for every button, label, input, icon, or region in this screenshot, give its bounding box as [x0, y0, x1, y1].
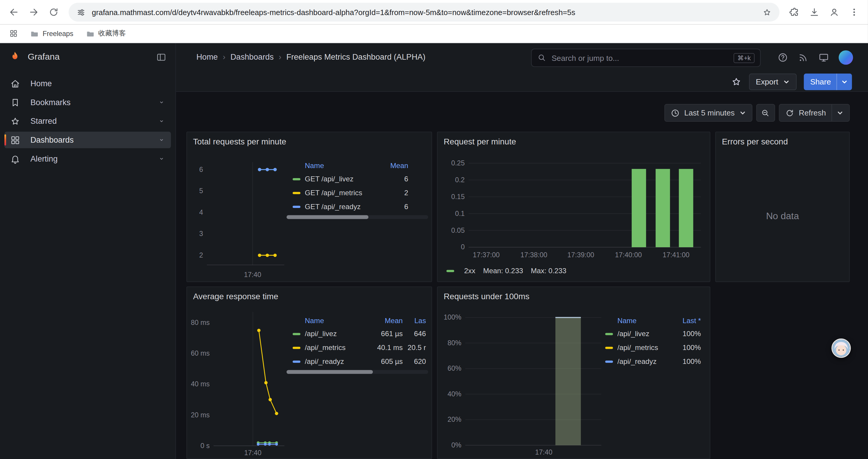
bookmark-item[interactable]: Freeleaps: [27, 28, 77, 40]
sidebar-item-dashboards[interactable]: Dashboards: [4, 132, 171, 148]
monitor-icon[interactable]: [818, 52, 829, 63]
series-name: /api/_livez: [305, 330, 370, 338]
timeseries-chart[interactable]: 6543217:40: [190, 157, 288, 282]
breadcrumb-item[interactable]: Home: [196, 53, 218, 61]
forward-arrow-icon: [28, 6, 39, 18]
legend-column-header[interactable]: Mean: [370, 316, 403, 324]
search-input[interactable]: Search or jump to... ⌘+k: [531, 49, 761, 67]
time-range-picker[interactable]: Last 5 minutes: [664, 104, 752, 122]
browser-menu-button[interactable]: [845, 3, 864, 22]
legend-row[interactable]: /api/_readyz100%: [599, 355, 702, 368]
scrollbar-thumb[interactable]: [286, 215, 369, 219]
sidebar-item-starred[interactable]: Starred: [4, 113, 171, 129]
share-button[interactable]: Share: [804, 73, 852, 90]
refresh-button[interactable]: Refresh: [779, 104, 850, 122]
panel-title[interactable]: Errors per second: [722, 137, 788, 146]
series-swatch: [293, 360, 301, 362]
legend-row[interactable]: /api/_livez100%: [599, 327, 702, 341]
panel-errors-per-second: Errors per second No data: [715, 132, 850, 282]
chevron-down-icon[interactable]: [158, 155, 165, 162]
legend-row[interactable]: GET /api/_metrics2: [286, 186, 428, 200]
sidebar-item-home[interactable]: Home: [4, 75, 171, 92]
downloads-button[interactable]: [805, 3, 824, 22]
series-value: 100%: [668, 343, 701, 352]
series-value: 20.5 r: [403, 343, 426, 352]
svg-text:0 s: 0 s: [200, 442, 210, 450]
series-swatch: [293, 178, 301, 180]
refresh-interval-chevron-icon[interactable]: [836, 109, 843, 117]
panel-title[interactable]: Average response time: [193, 292, 278, 301]
legend-row[interactable]: /api/_readyz605 µs620: [286, 355, 428, 368]
legend-row[interactable]: GET /api/_livez6: [286, 172, 428, 186]
legend-column-header[interactable]: Name: [305, 161, 375, 169]
legend-row[interactable]: /api/_metrics100%: [599, 340, 702, 355]
legend-column-header[interactable]: Mean: [375, 161, 408, 169]
sidebar-header: Grafana: [0, 43, 176, 71]
sidebar-item-alerting[interactable]: Alerting: [4, 150, 171, 167]
legend-row[interactable]: /api/_metrics40.1 ms20.5 r: [286, 340, 428, 355]
reload-icon: [48, 6, 59, 18]
sidebar-item-bookmarks[interactable]: Bookmarks: [4, 94, 171, 110]
legend-column-header[interactable]: Name: [305, 316, 370, 324]
legend-column-header[interactable]: Las: [403, 316, 426, 324]
keyboard-shortcut-badge: ⌘+k: [734, 53, 754, 63]
user-avatar[interactable]: [839, 50, 853, 65]
panel-title[interactable]: Total requests per minute: [193, 137, 286, 146]
share-dropdown-chevron-icon[interactable]: [841, 78, 848, 85]
panel-title[interactable]: Requests under 100ms: [444, 292, 529, 301]
bar-chart[interactable]: 0.250.20.150.10.05017:37:0017:38:0017:39…: [441, 154, 708, 265]
svg-text:60%: 60%: [447, 364, 462, 372]
legend-column-header[interactable]: Last *: [668, 316, 701, 324]
time-range-label: Last 5 minutes: [684, 108, 735, 117]
series-swatch: [293, 333, 301, 335]
avatar-image: [833, 340, 850, 357]
legend-table: NameLast */api/_livez100%/api/_metrics10…: [599, 314, 702, 368]
apps-shortcut-button[interactable]: [6, 26, 21, 41]
svg-text:20 ms: 20 ms: [191, 411, 210, 419]
legend-row[interactable]: /api/_livez661 µs646: [286, 327, 428, 341]
site-settings-icon[interactable]: [76, 7, 86, 17]
chevron-down-icon[interactable]: [158, 117, 165, 125]
legend-column-header[interactable]: Name: [617, 316, 668, 324]
favorite-star-icon[interactable]: [731, 76, 742, 87]
zoom-out-button[interactable]: [756, 104, 775, 122]
chevron-down-icon[interactable]: [158, 136, 165, 144]
timeseries-chart[interactable]: 80 ms60 ms40 ms20 ms0 s17:40: [190, 311, 288, 459]
breadcrumb-separator: ›: [279, 53, 281, 61]
legend-table: NameMeanGET /api/_livez6GET /api/_metric…: [286, 159, 428, 219]
dock-sidebar-icon[interactable]: [156, 52, 167, 62]
kebab-menu-icon: [848, 6, 860, 18]
series-value: 661 µs: [370, 330, 403, 338]
export-button[interactable]: Export: [749, 73, 797, 90]
series-value: 40.1 ms: [370, 343, 403, 352]
svg-text:3: 3: [199, 230, 203, 237]
reload-button[interactable]: [44, 3, 63, 22]
assistant-avatar[interactable]: [831, 338, 851, 358]
profile-button[interactable]: [825, 3, 844, 22]
clock-icon: [670, 108, 680, 118]
panel-title[interactable]: Request per minute: [444, 137, 516, 146]
bookmark-star-icon[interactable]: [762, 7, 772, 17]
zoom-out-icon: [761, 108, 771, 118]
forward-button[interactable]: [24, 3, 43, 22]
chart-legend[interactable]: 2xx Mean: 0.233 Max: 0.233: [446, 267, 566, 275]
back-button[interactable]: [4, 3, 23, 22]
bookmark-item[interactable]: 收藏博客: [82, 27, 129, 40]
address-bar[interactable]: grafana.mathmast.com/d/deytv4rwavabkb/fr…: [68, 3, 779, 22]
svg-text:20%: 20%: [447, 416, 462, 423]
sidebar-item-label: Bookmarks: [30, 98, 71, 107]
legend-scrollbar[interactable]: [286, 370, 428, 374]
scrollbar-thumb[interactable]: [286, 370, 373, 374]
legend-row[interactable]: GET /api/_readyz6: [286, 200, 428, 214]
extensions-button[interactable]: [785, 3, 804, 22]
series-swatch: [293, 192, 301, 194]
help-icon[interactable]: [777, 52, 788, 63]
bar-chart[interactable]: 100%80%60%40%20%0%17:40: [441, 311, 607, 459]
download-icon: [809, 6, 820, 18]
chevron-down-icon[interactable]: [158, 98, 165, 106]
news-rss-icon[interactable]: [798, 52, 809, 63]
breadcrumb-item[interactable]: Dashboards: [230, 53, 274, 61]
person-icon: [829, 6, 840, 18]
legend-scrollbar[interactable]: [286, 215, 428, 219]
sidebar-item-label: Alerting: [30, 154, 58, 163]
